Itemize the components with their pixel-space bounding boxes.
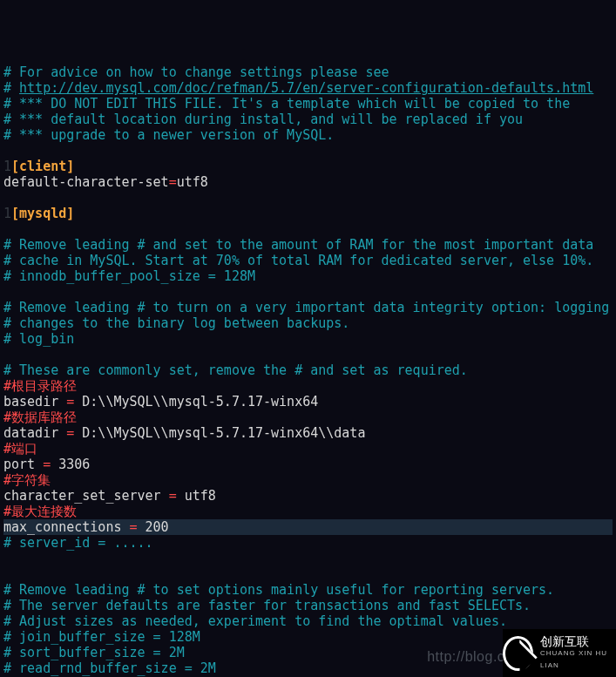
code-line[interactable]: # cache in MySQL. Start at 70% of total … — [3, 253, 613, 268]
code-token-comment: # — [3, 80, 19, 96]
code-token-value: D:\\MySQL\\mysql-5.7.17-winx64\\data — [74, 425, 365, 441]
code-line[interactable]: # log_bin — [3, 331, 613, 347]
code-token-key: basedir — [3, 394, 66, 410]
code-token-value: utf8 — [177, 488, 216, 504]
code-token-eq: = — [43, 457, 51, 472]
code-token-comment: # sort_buffer_size = 2M — [3, 645, 185, 660]
code-line[interactable]: # *** DO NOT EDIT THIS FILE. It's a temp… — [3, 96, 613, 112]
code-token-comment: # Remove leading # to turn on a very imp… — [3, 300, 609, 315]
code-editor[interactable]: # For advice on how to change settings p… — [0, 63, 616, 677]
code-line[interactable]: # These are commonly set, remove the # a… — [3, 362, 613, 378]
code-line[interactable]: # The server defaults are faster for tra… — [3, 598, 613, 613]
code-token-taglead: 1 — [3, 206, 11, 221]
code-line[interactable]: # read_rnd_buffer_size = 2M — [3, 660, 613, 676]
code-token-comment: # changes to the binary log between back… — [3, 315, 349, 331]
code-line[interactable]: #最大连接数 — [3, 504, 613, 519]
code-token-altcomment: #最大连接数 — [3, 504, 77, 519]
code-line[interactable]: default-character-set=utf8 — [3, 174, 613, 190]
code-line[interactable]: # server_id = ..... — [3, 535, 613, 551]
code-token-altcomment: #数据库路径 — [3, 410, 77, 425]
code-line[interactable]: # changes to the binary log between back… — [3, 315, 613, 331]
code-token-comment: # cache in MySQL. Start at 70% of total … — [3, 253, 593, 268]
code-token-comment: # join_buffer_size = 128M — [3, 629, 200, 645]
code-token-comment: # server_id = ..... — [3, 535, 153, 551]
code-token-taglead: 1 — [3, 159, 11, 174]
code-line[interactable]: max_connections = 200 — [3, 519, 613, 535]
code-line[interactable]: character_set_server = utf8 — [3, 488, 613, 504]
code-line[interactable]: #字符集 — [3, 472, 613, 488]
code-token-value: D:\\MySQL\\mysql-5.7.17-winx64 — [74, 394, 318, 410]
code-line[interactable] — [3, 284, 613, 300]
code-token-comment: # *** default location during install, a… — [3, 112, 523, 127]
code-line[interactable]: # sort_buffer_size = 2M — [3, 645, 613, 660]
code-token-comment: # *** DO NOT EDIT THIS FILE. It's a temp… — [3, 96, 570, 112]
code-token-key: default-character-set — [3, 174, 169, 190]
code-token-eq: = — [169, 174, 177, 190]
code-line[interactable]: #根目录路径 — [3, 378, 613, 394]
code-token-comment: # Remove leading # and set to the amount… — [3, 237, 593, 253]
code-token-key: character_set_server — [3, 488, 169, 504]
code-token-eq: = — [130, 519, 138, 535]
code-token-key: port — [3, 457, 43, 472]
code-line[interactable]: 1[client] — [3, 159, 613, 174]
code-line[interactable]: # http://dev.mysql.com/doc/refman/5.7/en… — [3, 80, 613, 96]
code-line[interactable]: #端口 — [3, 441, 613, 457]
code-token-eq: = — [169, 488, 177, 504]
code-line[interactable]: basedir = D:\\MySQL\\mysql-5.7.17-winx64 — [3, 394, 613, 410]
code-token-section: [client] — [11, 159, 74, 174]
code-token-comment: # For advice on how to change settings p… — [3, 64, 389, 80]
code-line[interactable]: # Remove leading # to turn on a very imp… — [3, 300, 613, 315]
code-line[interactable]: # For advice on how to change settings p… — [3, 64, 613, 80]
code-line[interactable]: # Adjust sizes as needed, experiment to … — [3, 613, 613, 629]
code-line[interactable] — [3, 221, 613, 237]
code-line[interactable] — [3, 143, 613, 159]
code-line[interactable]: # *** upgrade to a newer version of MySQ… — [3, 127, 613, 143]
code-token-altcomment: #端口 — [3, 441, 37, 457]
code-token-value: 200 — [138, 519, 169, 535]
code-line[interactable]: 1[mysqld] — [3, 206, 613, 221]
code-token-comment: # log_bin — [3, 331, 74, 347]
code-token-key: max_connections — [3, 519, 130, 535]
code-line[interactable] — [3, 566, 613, 582]
code-line[interactable] — [3, 551, 613, 566]
code-line[interactable]: # Remove leading # and set to the amount… — [3, 237, 613, 253]
code-line[interactable]: #数据库路径 — [3, 410, 613, 425]
code-line[interactable]: # innodb_buffer_pool_size = 128M — [3, 268, 613, 284]
code-token-altcomment: #根目录路径 — [3, 378, 77, 394]
code-token-comment: # Remove leading # to set options mainly… — [3, 582, 554, 598]
code-token-altcomment: #字符集 — [3, 472, 51, 488]
code-token-value: 3306 — [51, 457, 90, 472]
code-line[interactable] — [3, 190, 613, 206]
code-line[interactable]: # join_buffer_size = 128M — [3, 629, 613, 645]
code-token-section: [mysqld] — [11, 206, 74, 221]
code-line[interactable]: port = 3306 — [3, 457, 613, 472]
code-token-value: utf8 — [177, 174, 208, 190]
code-token-key: datadir — [3, 425, 66, 441]
code-token-link: http://dev.mysql.com/doc/refman/5.7/en/s… — [19, 80, 593, 96]
code-token-comment: # These are commonly set, remove the # a… — [3, 362, 468, 378]
code-token-comment: # Adjust sizes as needed, experiment to … — [3, 613, 507, 629]
code-line[interactable]: # Remove leading # to set options mainly… — [3, 582, 613, 598]
code-line[interactable]: # *** default location during install, a… — [3, 112, 613, 127]
code-token-comment: # *** upgrade to a newer version of MySQ… — [3, 127, 334, 143]
code-token-comment: # The server defaults are faster for tra… — [3, 598, 531, 613]
code-token-eq: = — [66, 394, 74, 410]
code-line[interactable]: datadir = D:\\MySQL\\mysql-5.7.17-winx64… — [3, 425, 613, 441]
code-token-comment: # innodb_buffer_pool_size = 128M — [3, 268, 255, 284]
code-token-eq: = — [66, 425, 74, 441]
code-line[interactable] — [3, 347, 613, 362]
code-token-comment: # read_rnd_buffer_size = 2M — [3, 660, 216, 676]
